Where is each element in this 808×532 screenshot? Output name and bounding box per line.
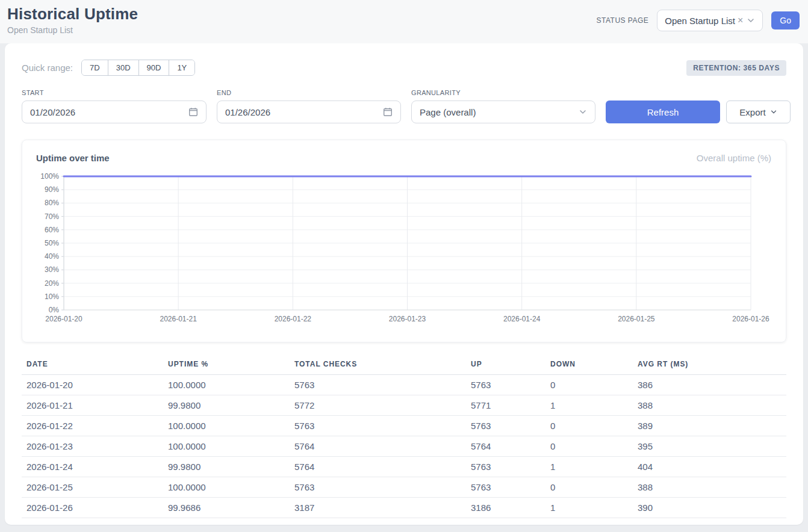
quick-range-group: 7D 30D 90D 1Y: [81, 60, 195, 76]
table-header-row: DATE UPTIME % TOTAL CHECKS UP DOWN AVG R…: [22, 356, 786, 375]
table-cell: 5764: [471, 436, 550, 457]
table-cell: 100.0000: [168, 436, 294, 457]
svg-text:40%: 40%: [45, 252, 59, 261]
chart-card: Uptime over time Overall uptime (%) 0%10…: [22, 140, 786, 342]
table-cell: 5763: [471, 416, 550, 436]
col-avg-rt: AVG RT (MS): [638, 356, 786, 375]
start-date-value: 01/20/2026: [30, 107, 75, 117]
uptime-table: DATE UPTIME % TOTAL CHECKS UP DOWN AVG R…: [22, 356, 786, 518]
quick-range-7d[interactable]: 7D: [82, 60, 108, 75]
svg-text:2026-01-25: 2026-01-25: [618, 315, 655, 323]
table-cell: 100.0000: [168, 416, 294, 436]
table-cell: 2026-01-20: [22, 375, 168, 395]
svg-text:2026-01-23: 2026-01-23: [389, 315, 426, 323]
table-cell: 5763: [294, 477, 471, 498]
status-page-select[interactable]: Open Startup List ×: [657, 10, 763, 31]
table-cell: 2026-01-23: [22, 436, 168, 457]
svg-text:10%: 10%: [45, 292, 59, 301]
table-cell: 5763: [471, 375, 550, 395]
table-cell: 2026-01-22: [22, 416, 168, 436]
table-cell: 0: [550, 436, 638, 457]
table-cell: 3187: [294, 498, 471, 518]
quick-range-label: Quick range:: [22, 63, 73, 73]
uptime-line-chart: 0%10%20%30%40%50%60%70%80%90%100%2026-01…: [36, 170, 771, 328]
col-date: DATE: [22, 356, 168, 375]
svg-text:30%: 30%: [45, 265, 59, 274]
table-cell: 0: [550, 375, 638, 395]
retention-badge: RETENTION: 365 DAYS: [686, 60, 786, 76]
table-cell: 386: [638, 375, 786, 395]
table-row: 2026-01-22100.0000576357630389: [22, 416, 786, 436]
table-cell: 99.9686: [168, 498, 294, 518]
table-cell: 389: [638, 416, 786, 436]
table-cell: 388: [638, 477, 786, 498]
quick-range-30d[interactable]: 30D: [108, 60, 138, 75]
table-cell: 1: [550, 457, 638, 477]
granularity-value: Page (overall): [420, 107, 476, 117]
page-subtitle: Open Startup List: [7, 25, 138, 35]
table-cell: 2026-01-21: [22, 395, 168, 416]
refresh-button[interactable]: Refresh: [606, 101, 720, 123]
table-cell: 5771: [471, 395, 550, 416]
table-cell: 395: [638, 436, 786, 457]
svg-text:20%: 20%: [45, 279, 59, 288]
export-label: Export: [739, 107, 765, 117]
granularity-label: GRANULARITY: [411, 89, 595, 96]
start-label: START: [22, 89, 207, 96]
table-cell: 5764: [294, 436, 471, 457]
status-page-label: STATUS PAGE: [597, 16, 649, 25]
filter-controls: START 01/20/2026 END 01/26/2026 GRANULAR…: [22, 89, 786, 123]
status-page-value: Open Startup List: [665, 16, 735, 26]
col-up: UP: [471, 356, 550, 375]
table-cell: 404: [638, 457, 786, 477]
svg-text:60%: 60%: [45, 226, 59, 234]
table-row: 2026-01-2199.9800577257711388: [22, 395, 786, 416]
table-cell: 0: [550, 477, 638, 498]
go-button[interactable]: Go: [771, 11, 800, 29]
chart-title: Uptime over time: [36, 153, 110, 163]
table-cell: 5763: [471, 477, 550, 498]
table-cell: 388: [638, 395, 786, 416]
svg-text:2026-01-26: 2026-01-26: [732, 315, 769, 323]
svg-text:70%: 70%: [45, 212, 59, 221]
table-cell: 5772: [294, 395, 471, 416]
quick-range-90d[interactable]: 90D: [138, 60, 169, 75]
clear-icon[interactable]: ×: [738, 16, 743, 25]
table-cell: 2026-01-25: [22, 477, 168, 498]
chart-legend: Overall uptime (%): [697, 153, 771, 163]
start-date-input[interactable]: 01/20/2026: [22, 101, 207, 123]
col-total-checks: TOTAL CHECKS: [294, 356, 471, 375]
col-down: DOWN: [550, 356, 638, 375]
table-cell: 3186: [471, 498, 550, 518]
calendar-icon: [383, 107, 393, 117]
svg-text:2026-01-22: 2026-01-22: [275, 315, 312, 323]
svg-text:2026-01-21: 2026-01-21: [160, 315, 197, 323]
table-cell: 1: [550, 498, 638, 518]
end-date-input[interactable]: 01/26/2026: [217, 101, 401, 123]
table-cell: 100.0000: [168, 477, 294, 498]
export-button[interactable]: Export: [726, 101, 791, 123]
table-cell: 99.9800: [168, 395, 294, 416]
table-row: 2026-01-20100.0000576357630386: [22, 375, 786, 395]
granularity-select[interactable]: Page (overall): [411, 101, 595, 123]
table-row: 2026-01-23100.0000576457640395: [22, 436, 786, 457]
table-row: 2026-01-25100.0000576357630388: [22, 477, 786, 498]
table-cell: 0: [550, 416, 638, 436]
col-uptime: UPTIME %: [168, 356, 294, 375]
end-label: END: [217, 89, 401, 96]
end-date-value: 01/26/2026: [225, 107, 270, 117]
chevron-down-icon: [747, 16, 755, 25]
table-cell: 5763: [294, 375, 471, 395]
table-cell: 100.0000: [168, 375, 294, 395]
svg-text:90%: 90%: [45, 185, 59, 194]
calendar-icon: [188, 107, 198, 117]
svg-text:2026-01-20: 2026-01-20: [45, 315, 82, 323]
table-cell: 1: [550, 395, 638, 416]
svg-text:2026-01-24: 2026-01-24: [503, 315, 541, 323]
table-row: 2026-01-2699.9686318731861390: [22, 498, 786, 518]
main-panel: Quick range: 7D 30D 90D 1Y RETENTION: 36…: [5, 43, 803, 525]
table-cell: 2026-01-24: [22, 457, 168, 477]
svg-text:100%: 100%: [40, 172, 59, 181]
quick-range-1y[interactable]: 1Y: [169, 60, 194, 75]
page-header: Historical Uptime Open Startup List STAT…: [0, 0, 808, 43]
